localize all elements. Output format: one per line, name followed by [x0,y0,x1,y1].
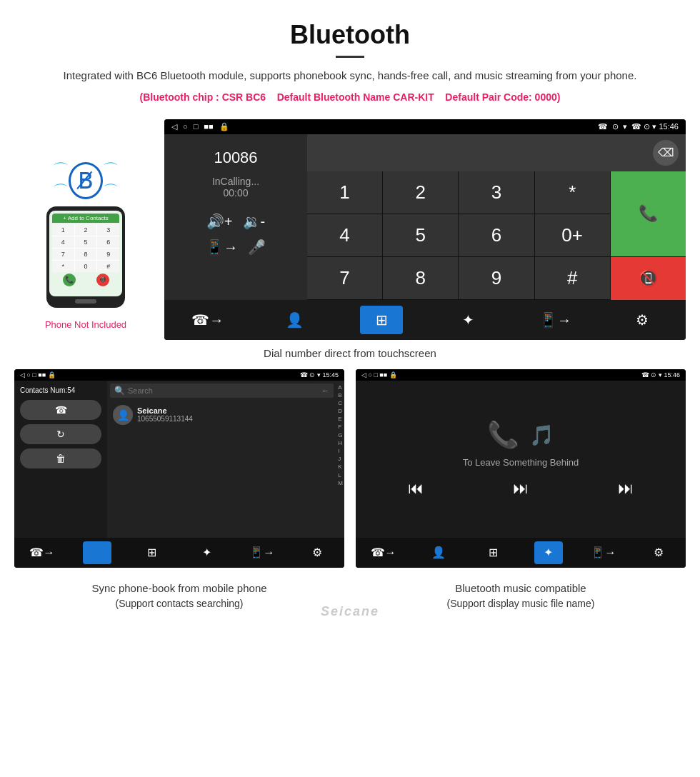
spec-name: Default Bluetooth Name CAR-KIT [277,91,434,103]
contact-avatar: 👤 [113,405,133,425]
bluetooth-icon-wrap: ⌒⌒ B̸ ⌒⌒ [69,162,103,199]
mnav-transfer[interactable]: 📱→ [589,541,618,564]
delete-action-btn[interactable]: 🗑 [20,448,101,468]
page-header: Bluetooth Integrated with BC6 Bluetooth … [0,0,700,119]
music-screen-wrapper: ◁ ○ □ ■■ 🔒 ☎ ⊙ ▾ 15:46 📞 🎵 To Leave Some… [356,369,686,568]
key-6[interactable]: 6 [459,214,534,256]
wave-right-icon: ⌒⌒ [103,159,119,202]
main-caption: Dial number direct from touchscreen [0,347,700,359]
mnav-call[interactable]: ☎→ [369,541,398,564]
mnav-bluetooth[interactable]: ✦ [534,541,563,564]
nav-contacts[interactable]: 👤 [273,306,316,334]
contacts-sidebar: Contacts Num:54 ☎ ↻ 🗑 [14,381,107,538]
key-hash[interactable]: # [535,257,610,299]
contact-number: 10655059113144 [137,415,193,423]
key-4[interactable]: 4 [307,214,382,256]
music-nav-icons: ◁ ○ □ ■■ 🔒 [361,371,397,379]
dialer-status-bar: ◁ ○ □ ■■ 🔒 ☎ ⊙ ▾ ☎ ⊙ ▾ 15:46 [164,119,686,134]
play-pause-btn[interactable]: ⏭ [513,479,529,498]
contacts-caption: Sync phone-book from mobile phone (Suppo… [14,581,344,612]
recents-btn[interactable]: □ [194,122,199,131]
music-phone-icon: 📞 [487,420,519,450]
next-track-btn[interactable]: ⏭ [618,479,634,498]
phone-call-button[interactable]: 📞 [63,274,76,286]
dialer-status: InCalling... 00:00 [212,176,259,199]
volume-down-icon[interactable]: 🔉- [243,213,266,230]
wifi-icon: ▾ [623,122,627,131]
contacts-count: Contacts Num:54 [20,386,101,394]
nav-bluetooth[interactable]: ✦ [447,306,490,334]
phone-status-icon: ☎ [598,122,608,131]
cnav-contacts[interactable]: 👤 [83,541,111,564]
dialer-left-panel: 10086 InCalling... 00:00 🔊+ 🔉- 📱→ 🎤 [164,134,307,300]
key-0plus[interactable]: 0+ [535,214,610,256]
contacts-screen-wrapper: ◁ ○ □ ■■ 🔒 ☎ ⊙ ▾ 15:45 Contacts Num:54 ☎… [14,369,344,568]
phone-end-button[interactable]: 📵 [96,274,109,286]
search-icon: 🔍 [114,386,125,396]
key-7[interactable]: 7 [307,257,382,299]
nav-transfer[interactable]: 📱→ [534,306,576,334]
music-note-icon: 🎵 [529,423,554,447]
back-btn[interactable]: ◁ [171,122,177,131]
small-screens-row: ◁ ○ □ ■■ 🔒 ☎ ⊙ ▾ 15:45 Contacts Num:54 ☎… [0,369,700,568]
sync-action-btn[interactable]: ↻ [20,424,101,444]
dialer-number: 10086 [214,149,257,167]
nav-dialpad[interactable]: ⊞ [360,306,403,334]
bluetooth-symbol: B̸ [69,162,103,199]
nav-call-log[interactable]: ☎→ [186,306,229,334]
cnav-call[interactable]: ☎→ [28,541,56,564]
song-title: To Leave Something Behind [463,457,579,468]
backspace-button[interactable]: ⌫ [653,140,679,166]
music-screen: ◁ ○ □ ■■ 🔒 ☎ ⊙ ▾ 15:46 📞 🎵 To Leave Some… [356,369,686,568]
contacts-status-right: ☎ ⊙ ▾ 15:45 [300,371,339,379]
keyboard-icon: ← [321,386,329,395]
cnav-bluetooth[interactable]: ✦ [193,541,221,564]
music-sub-caption: (Support display music file name) [356,596,686,611]
nav-settings[interactable]: ⚙ [621,306,664,334]
cnav-settings[interactable]: ⚙ [303,541,331,564]
dialer-nav-bar: ☎→ 👤 ⊞ ✦ 📱→ ⚙ [164,300,686,340]
phone-numpad: 123 456 789 *0# [52,224,119,272]
wave-left-icon: ⌒⌒ [53,159,69,202]
time-display: ☎ ⊙ ▾ 15:46 [631,122,679,131]
key-5[interactable]: 5 [383,214,458,256]
sim-icon: ■■ [204,122,213,131]
location-icon: ⊙ [612,122,619,131]
transfer-icon[interactable]: 📱→ [206,239,238,256]
key-star[interactable]: * [535,171,610,214]
music-nav-bar: ☎→ 👤 ⊞ ✦ 📱→ ⚙ [356,538,686,568]
mnav-settings[interactable]: ⚙ [644,541,673,564]
phone-not-included-label: Phone Not Included [45,319,126,330]
dialer-body: 10086 InCalling... 00:00 🔊+ 🔉- 📱→ 🎤 [164,134,686,300]
key-1[interactable]: 1 [307,171,382,214]
main-content-row: ⌒⌒ B̸ ⌒⌒ + Add to Contacts 123 456 789 *… [0,119,700,340]
spec-pair: Default Pair Code: 0000) [445,91,560,103]
contacts-sub-caption: (Support contacts searching) [14,596,344,611]
phone-device: + Add to Contacts 123 456 789 *0# 📞 📵 [46,206,125,308]
phone-illustration: ⌒⌒ B̸ ⌒⌒ + Add to Contacts 123 456 789 *… [14,119,157,330]
volume-up-icon[interactable]: 🔊+ [206,213,233,230]
contact-item[interactable]: 👤 Seicane 10655059113144 [110,401,334,429]
cnav-transfer[interactable]: 📱→ [248,541,276,564]
music-controls: ⏮ ⏭ ⏭ [363,479,679,498]
call-button[interactable]: 📞 [611,171,686,256]
mic-icon[interactable]: 🎤 [248,239,266,256]
phone-call-row: 📞 📵 [52,274,119,286]
phone-home-button [75,299,96,304]
header-description: Integrated with BC6 Bluetooth module, su… [43,68,657,84]
status-right: ☎ ⊙ ▾ ☎ ⊙ ▾ 15:46 [598,122,679,131]
contacts-alpha-index: ABCD EFGH IJKLM [336,381,344,538]
home-btn[interactable]: ○ [183,122,188,131]
contacts-search-input[interactable] [128,386,321,395]
cnav-dialpad[interactable]: ⊞ [138,541,166,564]
mnav-dialpad[interactable]: ⊞ [479,541,508,564]
end-call-button[interactable]: 📵 [611,257,686,300]
key-2[interactable]: 2 [383,171,458,214]
key-8[interactable]: 8 [383,257,458,299]
key-9[interactable]: 9 [459,257,534,299]
prev-track-btn[interactable]: ⏮ [408,479,424,498]
page-title: Bluetooth [43,20,657,50]
key-3[interactable]: 3 [459,171,534,214]
call-action-btn[interactable]: ☎ [20,400,101,420]
mnav-contacts[interactable]: 👤 [424,541,453,564]
